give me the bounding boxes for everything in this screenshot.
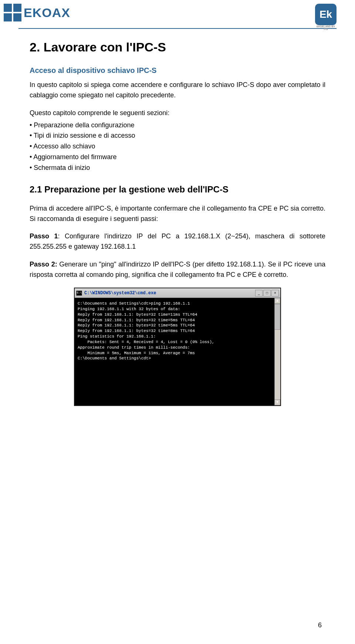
list-item: Preparazione della configurazione [30, 120, 325, 131]
step-2: Passo 2: Generare un "ping" all'indirizz… [30, 259, 325, 280]
cmd-line: Reply from 192.168.1.1: bytes=32 time=5m… [78, 318, 277, 323]
chapter-title: 2. Lavorare con l'IPC-S [30, 40, 325, 54]
ek-logo-subtext: EKSELANS BY ITS [315, 25, 337, 30]
maximize-button[interactable]: □ [263, 290, 271, 296]
ekoax-logo: EKOAX [4, 4, 70, 21]
cmd-line: Pinging 192.168.1.1 with 32 bytes of dat… [78, 306, 277, 312]
cmd-line: Reply from 192.168.1.1: bytes=32 time=5m… [78, 323, 277, 328]
page-number: 6 [318, 621, 322, 629]
step-1-label: Passo 1 [30, 232, 58, 240]
step-1: Passo 1: Configurare l'indirizzo IP del … [30, 231, 325, 252]
scroll-down-button[interactable]: ▼ [274, 399, 280, 405]
paragraph-list-intro: Questo capitolo comprende le seguenti se… [30, 108, 325, 118]
cmd-window: C:\WINDOWS\system32\cmd.exe _ □ × C:\Doc… [74, 288, 281, 406]
list-item: Accesso allo schiavo [30, 141, 325, 152]
paragraph-intro: In questo capitolo si spiega come accend… [30, 80, 325, 101]
close-button[interactable]: × [271, 290, 279, 296]
page-header: EKOAX Ek EKSELANS BY ITS [0, 0, 355, 25]
list-item: Tipi di inizio sessione e di accesso [30, 130, 325, 141]
step-1-text: : Configurare l'indirizzo IP del PC a 19… [30, 232, 325, 250]
cmd-line: Minimum = 5ms, Maximum = 11ms, Average =… [78, 350, 277, 356]
paragraph: Prima di accedere all'IPC-S, è important… [30, 204, 325, 224]
ekoax-logo-text: EKOAX [24, 6, 70, 20]
step-2-label: Passo 2: [30, 261, 57, 268]
section-title: Acceso al dispositivo schiavo IPC-S [30, 66, 325, 75]
subsection-title: 2.1 Preparazione per la gestione web del… [30, 184, 325, 195]
cmd-line: C:\Documents and Settings\cdt>ping 192.1… [78, 301, 277, 306]
list-item: Schermata di inizio [30, 162, 325, 173]
ekoax-logo-squares-icon [4, 4, 21, 21]
ek-logo-text: Ek [320, 9, 332, 20]
cmd-line: Packets: Sent = 4, Received = 4, Lost = … [78, 339, 277, 345]
ek-logo-icon: Ek EKSELANS BY ITS [315, 4, 337, 25]
minimize-button[interactable]: _ [255, 290, 263, 296]
cmd-window-buttons: _ □ × [255, 290, 279, 296]
cmd-line: Approximate round trip times in milli-se… [78, 345, 277, 350]
cmd-title-text: C:\WINDOWS\system32\cmd.exe [84, 291, 156, 296]
cmd-line: Reply from 192.168.1.1: bytes=32 time=8m… [78, 328, 277, 334]
section-bullet-list: Preparazione della configurazione Tipi d… [30, 120, 325, 173]
cmd-body: C:\Documents and Settings\cdt>ping 192.1… [75, 298, 280, 405]
page-content: 2. Lavorare con l'IPC-S Acceso al dispos… [0, 40, 355, 406]
scroll-thumb[interactable] [274, 304, 280, 330]
cmd-line: Reply from 192.168.1.1: bytes=32 time=11… [78, 312, 277, 318]
cmd-screenshot: C:\WINDOWS\system32\cmd.exe _ □ × C:\Doc… [30, 288, 325, 406]
cmd-icon [76, 291, 82, 296]
cmd-line: Ping statistics for 192.168.1.1: [78, 334, 277, 339]
list-item: Aggiornamento del firmware [30, 152, 325, 162]
cmd-line: C:\Documents and Settings\cdt> [78, 356, 277, 361]
scroll-up-button[interactable]: ▲ [274, 298, 280, 304]
cmd-titlebar: C:\WINDOWS\system32\cmd.exe _ □ × [75, 288, 280, 298]
step-2-text: Generare un "ping" all'indirizzo IP dell… [30, 261, 325, 278]
header-divider [18, 28, 337, 29]
